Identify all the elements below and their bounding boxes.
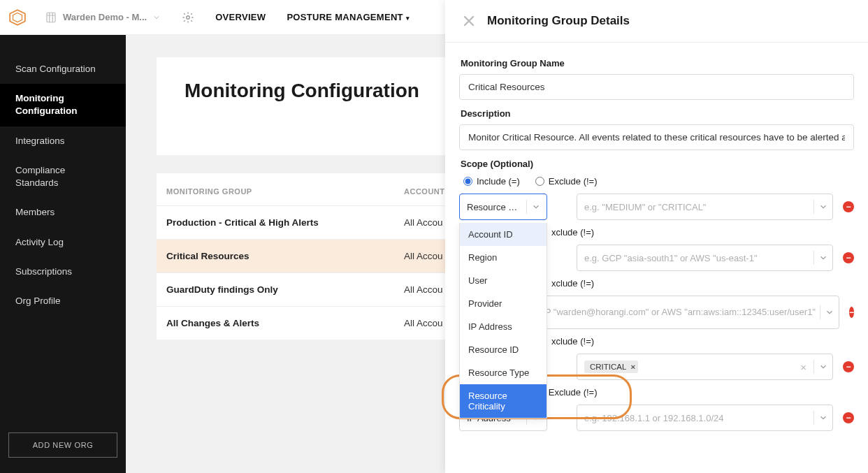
value-placeholder: e.g. GCP "warden@horangi.com" or AWS "ar… [514, 307, 816, 319]
dropdown-option[interactable]: Provider [460, 292, 547, 315]
name-input[interactable] [459, 74, 854, 100]
app-logo[interactable] [0, 0, 35, 35]
desc-field-label: Description [461, 108, 853, 119]
drawer-title: Monitoring Group Details [487, 14, 630, 28]
row-name: All Changes & Alerts [166, 318, 404, 328]
tenant-selector[interactable]: Warden Demo - M... [35, 11, 171, 24]
exclude-label: Exclude (!=) [549, 176, 598, 187]
chevron-down-icon [152, 13, 161, 22]
field-select[interactable]: Resource Cri... Account ID Region User P… [459, 194, 547, 220]
svg-marker-0 [10, 10, 25, 25]
field-dropdown: Account ID Region User Provider IP Addre… [459, 223, 547, 419]
sidebar-item-members[interactable]: Members [0, 198, 126, 227]
value-placeholder: e.g. "MEDIUM" or "CRITICAL" [584, 202, 809, 212]
chevron-down-icon [818, 202, 828, 212]
dropdown-option[interactable]: User [460, 269, 547, 292]
value-chip[interactable]: CRITICAL × [584, 361, 638, 373]
gear-icon [182, 11, 194, 24]
row-name: Critical Resources [166, 251, 404, 261]
close-button[interactable] [461, 13, 477, 29]
chip-label: CRITICAL [590, 363, 626, 371]
remove-row-button[interactable]: − [849, 307, 854, 318]
scope-label: Scope (Optional) [461, 159, 853, 169]
caret-down-icon: ▾ [406, 15, 410, 22]
value-input[interactable]: e.g. "MEDIUM" or "CRITICAL" [577, 194, 833, 220]
chevron-down-icon [818, 253, 828, 263]
svg-marker-1 [13, 13, 22, 22]
chevron-down-icon [825, 307, 834, 317]
name-field-label: Monitoring Group Name [461, 58, 853, 68]
nav-posture-label: POSTURE MANAGEMENT [287, 12, 403, 22]
sidebar-item-activity-log[interactable]: Activity Log [0, 228, 126, 257]
value-input[interactable]: e.g. GCP "asia-south1" or AWS "us-east-1… [577, 245, 833, 271]
sidebar-list: Scan Configuration Monitoring Configurat… [0, 35, 126, 417]
col-header-group: MONITORING GROUP [166, 187, 404, 196]
dropdown-option[interactable]: Resource Type [460, 361, 547, 384]
value-input[interactable]: CRITICAL × × [577, 354, 833, 380]
dropdown-option[interactable]: Resource Criticality [460, 384, 547, 418]
sidebar-item-org-profile[interactable]: Org Profile [0, 286, 126, 316]
exclude-label-partial: xclude (!=) [551, 227, 594, 238]
details-drawer: Monitoring Group Details Monitoring Grou… [445, 0, 868, 473]
svg-point-3 [187, 15, 190, 19]
sidebar-item-subscriptions[interactable]: Subscriptions [0, 257, 126, 286]
add-org-button[interactable]: ADD NEW ORG [8, 432, 117, 458]
dropdown-option[interactable]: Resource ID [460, 338, 547, 361]
remove-row-button[interactable]: − [843, 201, 854, 212]
chevron-down-icon [818, 413, 828, 423]
exclude-radio[interactable]: Exclude (!=) [535, 176, 598, 187]
remove-row-button[interactable]: − [843, 361, 854, 372]
exclude-label-partial: xclude (!=) [551, 278, 594, 289]
exclude-label: Exclude (!=) [549, 387, 598, 398]
dropdown-option[interactable]: Account ID [460, 223, 547, 246]
clear-icon[interactable]: × [800, 361, 809, 373]
sidebar-item-integrations[interactable]: Integrations [0, 126, 126, 156]
nav-posture[interactable]: POSTURE MANAGEMENT ▾ [287, 12, 410, 22]
row-name: Production - Critical & High Alerts [166, 217, 404, 228]
row-name: GuardDuty findings Only [166, 284, 404, 295]
nav-overview[interactable]: OVERVIEW [215, 12, 266, 22]
desc-input[interactable] [459, 124, 854, 150]
value-input[interactable]: e.g. 192.168.1.1 or 192.168.1.0/24 [577, 405, 833, 431]
dropdown-option[interactable]: Region [460, 246, 547, 269]
remove-row-button[interactable]: − [843, 252, 854, 263]
chevron-down-icon [531, 202, 541, 212]
dropdown-option[interactable]: IP Address [460, 315, 547, 338]
top-nav: OVERVIEW POSTURE MANAGEMENT ▾ [215, 12, 410, 22]
svg-rect-2 [47, 13, 55, 22]
sidebar-item-scan-config[interactable]: Scan Configuration [0, 54, 126, 84]
tenant-name: Warden Demo - M... [63, 12, 147, 22]
chevron-down-icon [818, 362, 828, 372]
include-label: Include (=) [477, 176, 520, 187]
value-placeholder: e.g. 192.168.1.1 or 192.168.1.0/24 [584, 413, 809, 423]
tenant-icon [45, 11, 57, 24]
field-select-label: Resource Cri... [467, 202, 523, 212]
value-input[interactable]: e.g. GCP "warden@horangi.com" or AWS "ar… [506, 296, 839, 329]
close-icon [461, 13, 477, 29]
sidebar-item-monitoring-config[interactable]: Monitoring Configuration [0, 84, 126, 126]
logo-icon [8, 8, 27, 27]
sidebar-item-compliance[interactable]: Compliance Standards [0, 156, 126, 198]
value-placeholder: e.g. GCP "asia-south1" or AWS "us-east-1… [584, 253, 809, 263]
exclude-label-partial: xclude (!=) [551, 336, 594, 347]
remove-row-button[interactable]: − [843, 412, 854, 423]
include-radio[interactable]: Include (=) [463, 176, 520, 187]
sidebar: Scan Configuration Monitoring Configurat… [0, 35, 126, 473]
chip-remove-icon[interactable]: × [630, 363, 635, 371]
settings-button[interactable] [182, 11, 194, 24]
